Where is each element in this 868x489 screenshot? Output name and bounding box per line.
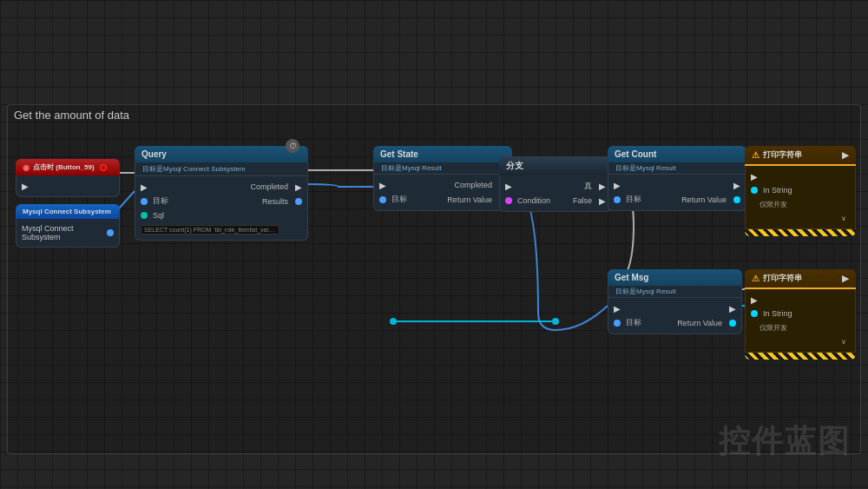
node-get-state[interactable]: Get State 目标是Mysql Result ▶ Completed ▶ …	[373, 146, 512, 211]
print1-instring-pin	[751, 187, 758, 194]
get-msg-subtitle: 目标是Mysql Result	[608, 286, 742, 298]
query-clock-badge: ⏱	[286, 139, 299, 153]
query-sql-label: Sql	[153, 211, 164, 220]
branch-body: ▶ 真 ▶ Condition False ▶	[499, 175, 612, 212]
event-title: 点击时 (Button_59)	[33, 162, 95, 172]
get-count-target-label: 目标	[626, 194, 641, 205]
get-count-return-pin	[733, 196, 740, 203]
node-mysql-var[interactable]: Mysql Connect Subsystem Mysql Connect Su…	[16, 204, 120, 248]
print2-instring-row: In String	[746, 307, 855, 320]
get-msg-target-pin	[614, 320, 621, 327]
query-target-row: 目标 Results	[135, 194, 307, 208]
get-msg-exec-row: ▶ ▶	[608, 301, 741, 315]
print1-exec-in: ▶	[751, 172, 758, 182]
node-event-button[interactable]: ◉ 点击时 (Button_59) ▶	[16, 159, 120, 197]
print1-subtitle: 仅限开发	[760, 200, 787, 209]
node-print-string-2[interactable]: ⚠ 打印字符串 ▶ ▶ In String 仅限开发 ∨	[745, 269, 856, 360]
branch-true-pin: ▶	[599, 182, 606, 191]
get-count-target-pin	[614, 196, 621, 203]
query-completed-pin: ▶	[295, 182, 302, 192]
branch-title: 分支	[506, 160, 523, 172]
get-state-target-label: 目标	[391, 194, 407, 205]
query-subtitle: 目标是Mysql Connect Subsystem	[135, 162, 308, 176]
get-count-subtitle: 目标是Mysql Result	[608, 162, 746, 175]
query-exec-row: ▶ Completed ▶	[135, 180, 307, 194]
print2-exec-in: ▶	[751, 295, 758, 305]
print1-exec-row: ▶	[746, 169, 855, 183]
query-header: Query	[135, 146, 308, 162]
print2-subtitle-row: 仅限开发	[746, 320, 855, 334]
branch-condition-pin-in	[505, 197, 512, 204]
get-count-target-row: 目标 Return Value	[608, 192, 746, 207]
print2-chevron: ∨	[841, 338, 846, 346]
print1-chevron: ∨	[841, 215, 846, 222]
get-count-exec-in: ▶	[614, 181, 621, 190]
get-msg-body: ▶ ▶ 目标 Return Value	[608, 298, 742, 334]
blueprint-canvas[interactable]: Get the amount of data ◉ 点击时 (Button_59)…	[0, 0, 868, 489]
event-icon: ◉	[23, 163, 30, 172]
print2-title: 打印字符串	[763, 273, 802, 284]
get-state-title: Get State	[380, 149, 418, 159]
node-get-count[interactable]: Get Count 目标是Mysql Result ▶ ▶ 目标 Return …	[608, 146, 746, 211]
node-print-string-1[interactable]: ⚠ 打印字符串 ▶ ▶ In String 仅限开发 ∨	[745, 146, 856, 236]
get-state-subtitle: 目标是Mysql Result	[373, 162, 512, 175]
branch-false-pin: ▶	[599, 196, 606, 206]
event-exec-out: ▶	[22, 182, 29, 191]
print1-title: 打印字符串	[763, 149, 802, 161]
mysql-var-pin-label: Mysql Connect Subsystem	[22, 224, 103, 241]
get-count-body: ▶ ▶ 目标 Return Value	[608, 175, 746, 211]
node-event-body: ▶	[16, 175, 120, 197]
get-msg-target-label: 目标	[626, 317, 641, 328]
branch-true-label: 真	[584, 181, 592, 192]
print2-subtitle: 仅限开发	[760, 323, 787, 333]
group-label: Get the amount of data	[14, 109, 129, 122]
print2-header: ⚠ 打印字符串 ▶	[745, 269, 856, 289]
query-results-pin-out	[295, 198, 302, 205]
print2-instring-label: In String	[763, 309, 792, 318]
print1-instring-row: In String	[746, 183, 855, 197]
print1-instring-label: In String	[763, 186, 792, 195]
get-count-return-label: Return Value	[681, 195, 727, 204]
query-sql-value: SELECT count(1) FROM `tbl_role_itemlist_…	[141, 225, 279, 235]
query-exec-in: ▶	[141, 182, 148, 192]
get-msg-return-label: Return Value	[677, 319, 722, 327]
print2-exec-row: ▶	[746, 293, 855, 307]
print2-icon: ⚠	[752, 274, 760, 283]
query-completed-label: Completed	[250, 182, 288, 191]
branch-exec-in: ▶	[505, 182, 512, 191]
event-pin-red	[100, 164, 107, 171]
get-state-exec-in: ▶	[379, 181, 386, 190]
query-target-pin-in	[141, 198, 148, 205]
mysql-var-title: Mysql Connect Subsystem	[23, 208, 111, 215]
node-event-header: ◉ 点击时 (Button_59)	[16, 159, 120, 175]
mysql-var-header: Mysql Connect Subsystem	[16, 204, 120, 219]
get-state-target-pin	[379, 196, 386, 203]
print2-hazard	[745, 353, 856, 360]
mysql-var-body: Mysql Connect Subsystem	[16, 219, 120, 248]
query-sql-row: Sql	[135, 208, 307, 222]
print2-instring-pin	[751, 310, 758, 317]
branch-false-label: False	[573, 196, 592, 205]
mysql-var-pin-row: Mysql Connect Subsystem	[16, 222, 119, 243]
mysql-var-out-pin	[107, 229, 114, 236]
get-msg-exec-in: ▶	[614, 304, 621, 314]
get-msg-title: Get Msg	[615, 273, 648, 282]
query-body: ▶ Completed ▶ 目标 Results Sql SELECT coun…	[135, 176, 308, 241]
branch-condition-label: Condition	[517, 196, 550, 205]
print1-chevron-row: ∨	[746, 211, 855, 225]
print1-header: ⚠ 打印字符串 ▶	[745, 146, 856, 166]
node-query[interactable]: ⏱ Query 目标是Mysql Connect Subsystem ▶ Com…	[135, 146, 308, 241]
get-msg-return-pin	[729, 320, 736, 327]
print2-body: ▶ In String 仅限开发 ∨	[745, 289, 856, 353]
query-results-label: Results	[262, 197, 288, 206]
get-msg-target-row: 目标 Return Value	[608, 315, 741, 330]
get-count-title: Get Count	[615, 149, 656, 159]
node-get-msg[interactable]: Get Msg 目标是Mysql Result ▶ ▶ 目标 Return Va…	[608, 269, 742, 334]
get-count-header: Get Count	[608, 146, 746, 162]
query-sql-pin-in	[141, 212, 148, 219]
node-branch[interactable]: 分支 ▶ 真 ▶ Condition False ▶	[499, 156, 612, 212]
print1-exec-out: ▶	[842, 150, 849, 160]
get-state-target-row: 目标 Return Value	[374, 192, 511, 207]
print1-subtitle-row: 仅限开发	[746, 197, 855, 211]
get-state-header: Get State	[373, 146, 512, 162]
